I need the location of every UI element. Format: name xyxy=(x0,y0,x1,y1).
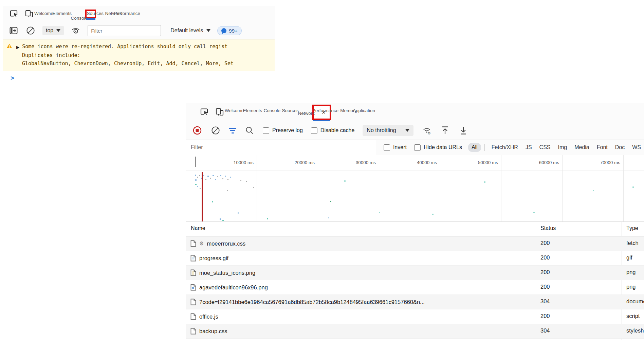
request-name-cell: progress.gif xyxy=(190,251,228,265)
request-dot xyxy=(203,175,204,176)
request-name-cell: office.js xyxy=(190,309,218,324)
timeline-gridline xyxy=(318,155,318,221)
request-type: gif xyxy=(626,254,632,261)
log-levels-selector[interactable]: Default levels xyxy=(170,28,210,34)
filter-funnel-icon[interactable] xyxy=(229,128,236,133)
table-row[interactable]: ⚙moeerrorux.css200fetch xyxy=(186,236,644,251)
table-row[interactable]: ?code=f29141bbe6e1964ca567691a6db85ab72b… xyxy=(186,294,644,309)
disable-cache-toggle[interactable]: Disable cache xyxy=(311,127,355,134)
chip-all[interactable]: All xyxy=(468,143,481,152)
hide-data-urls-toggle[interactable]: Hide data URLs xyxy=(414,144,462,151)
tab-performance[interactable]: Performance xyxy=(134,6,152,22)
timeline-scrubber-handle[interactable] xyxy=(195,157,196,167)
console-sidebar-icon[interactable] xyxy=(8,25,19,36)
export-har-icon[interactable] xyxy=(458,125,468,136)
request-dot xyxy=(222,178,223,179)
request-type: script xyxy=(626,313,640,319)
chip-doc[interactable]: Doc xyxy=(612,143,628,152)
chip-js[interactable]: JS xyxy=(522,143,535,152)
chip-ws[interactable]: WS xyxy=(629,143,644,152)
expand-triangle-icon[interactable]: ▶ xyxy=(16,43,19,51)
request-dot xyxy=(217,176,218,177)
record-icon[interactable] xyxy=(192,125,202,136)
hide-data-urls-label: Hide data URLs xyxy=(424,144,462,150)
request-dot xyxy=(205,179,206,180)
table-row[interactable]: progress.gif200gif xyxy=(186,251,644,265)
invert-checkbox[interactable] xyxy=(384,144,390,151)
chip-font[interactable]: Font xyxy=(593,143,611,152)
preserve-log-label: Preserve log xyxy=(272,127,303,133)
file-icon xyxy=(190,284,196,291)
request-dot xyxy=(238,212,239,214)
preserve-log-checkbox[interactable] xyxy=(263,127,269,134)
timeline-gridline xyxy=(623,155,624,221)
request-dot xyxy=(484,181,485,183)
network-conditions-icon[interactable]: ⚙ xyxy=(422,125,432,136)
request-dot xyxy=(199,175,200,176)
request-dot xyxy=(210,178,211,179)
message-count-badge[interactable]: 99+ xyxy=(217,26,241,35)
tab-label: Application xyxy=(353,108,378,113)
table-row[interactable] xyxy=(186,338,644,340)
request-dot xyxy=(212,201,213,202)
column-header-type[interactable]: Type xyxy=(626,225,638,231)
chevron-down-icon xyxy=(56,29,60,32)
table-row[interactable]: backup.css304stylesheet xyxy=(186,324,644,338)
file-icon xyxy=(190,240,196,247)
network-filter-input[interactable] xyxy=(186,140,376,155)
chip-media[interactable]: Media xyxy=(571,143,593,152)
request-dot xyxy=(197,177,198,178)
request-dot xyxy=(200,188,201,189)
column-header-name[interactable]: Name xyxy=(191,225,205,231)
inspect-icon[interactable] xyxy=(199,106,210,118)
inspect-icon[interactable] xyxy=(8,8,20,20)
log-levels-label: Default levels xyxy=(170,28,203,34)
request-status: 200 xyxy=(540,269,550,275)
request-dot xyxy=(197,186,198,187)
table-row[interactable]: moe_status_icons.png200png xyxy=(186,265,644,280)
request-dot xyxy=(379,212,380,213)
context-selector[interactable]: top xyxy=(42,26,64,35)
request-dot xyxy=(227,179,228,180)
table-row[interactable]: agavedefaulticon96x96.png200png xyxy=(186,280,644,294)
console-prompt-chevron[interactable]: > xyxy=(3,71,275,82)
file-icon xyxy=(190,269,196,276)
tab-application[interactable]: Application xyxy=(369,103,387,121)
timeline-cursor-line[interactable] xyxy=(202,172,203,221)
column-header-status[interactable]: Status xyxy=(540,225,556,231)
request-dot xyxy=(227,190,228,191)
chip-img[interactable]: Img xyxy=(555,143,571,152)
eye-icon[interactable] xyxy=(71,25,81,36)
warning-line-3: GlobalNavButton, ChevronDown, ChevronUp,… xyxy=(3,59,275,68)
request-name-cell: ⚙moeerrorux.css xyxy=(190,236,245,251)
table-header: Name Status Type xyxy=(186,222,644,236)
device-toolbar-icon[interactable] xyxy=(214,106,225,118)
invert-toggle[interactable]: Invert xyxy=(384,144,407,151)
clear-console-icon[interactable] xyxy=(25,25,36,36)
throttling-label: No throttling xyxy=(367,127,396,133)
tab-label: Elements xyxy=(243,108,265,113)
chip-fetch-xhr[interactable]: Fetch/XHR xyxy=(488,143,521,152)
clear-icon[interactable] xyxy=(210,125,221,136)
request-dot xyxy=(632,186,634,188)
request-dot xyxy=(330,201,331,202)
hide-data-urls-checkbox[interactable] xyxy=(414,144,421,151)
import-har-icon[interactable] xyxy=(440,125,450,136)
console-filter-input[interactable] xyxy=(88,25,161,36)
request-dot xyxy=(432,214,434,215)
chip-divider xyxy=(484,144,485,151)
search-icon[interactable] xyxy=(244,125,255,136)
warning-line-2: Duplicates include: xyxy=(3,51,275,59)
preserve-log-toggle[interactable]: Preserve log xyxy=(263,127,303,134)
throttling-selector[interactable]: No throttling xyxy=(363,125,413,136)
resource-type-chips: AllFetch/XHRJSCSSImgMediaFontDocWS xyxy=(468,143,644,152)
chip-css[interactable]: CSS xyxy=(536,143,554,152)
disable-cache-checkbox[interactable] xyxy=(311,127,317,134)
request-name-cell: moe_status_icons.png xyxy=(190,266,255,280)
tab-label: Sources xyxy=(87,11,107,16)
request-type: png xyxy=(626,284,636,290)
device-toolbar-icon[interactable] xyxy=(23,8,35,20)
console-devtools-window: WelcomeElementsConsoleSourcesNetworkPerf… xyxy=(3,6,275,119)
table-row[interactable]: office.js200script xyxy=(186,309,644,324)
network-overview-timeline[interactable]: 10000 ms20000 ms30000 ms40000 ms50000 ms… xyxy=(186,155,644,222)
